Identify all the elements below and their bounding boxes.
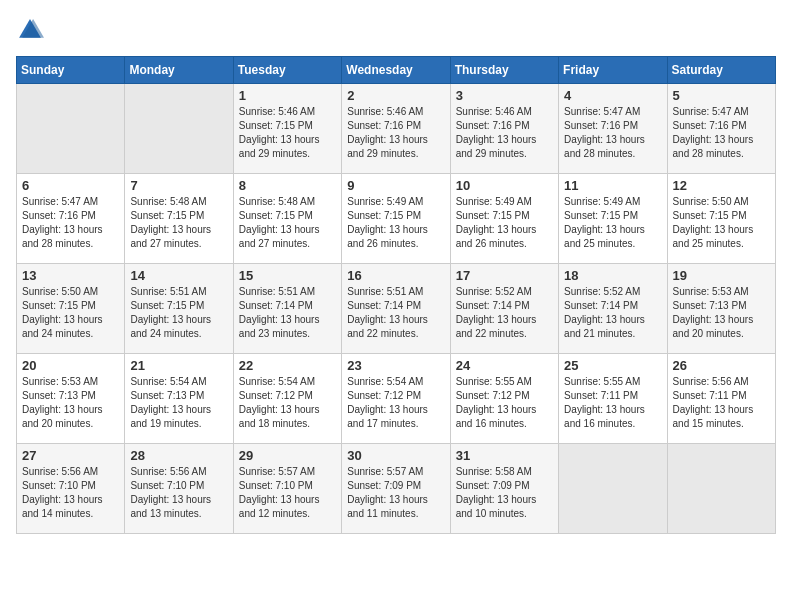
day-number: 16 — [347, 268, 444, 283]
calendar-cell: 29Sunrise: 5:57 AMSunset: 7:10 PMDayligh… — [233, 444, 341, 534]
calendar-cell: 31Sunrise: 5:58 AMSunset: 7:09 PMDayligh… — [450, 444, 558, 534]
calendar-cell — [559, 444, 667, 534]
cell-info: Sunrise: 5:56 AMSunset: 7:11 PMDaylight:… — [673, 376, 754, 429]
calendar-cell: 24Sunrise: 5:55 AMSunset: 7:12 PMDayligh… — [450, 354, 558, 444]
cell-info: Sunrise: 5:57 AMSunset: 7:09 PMDaylight:… — [347, 466, 428, 519]
cell-info: Sunrise: 5:53 AMSunset: 7:13 PMDaylight:… — [22, 376, 103, 429]
cell-info: Sunrise: 5:47 AMSunset: 7:16 PMDaylight:… — [22, 196, 103, 249]
calendar-cell — [667, 444, 775, 534]
weekday-header-row: SundayMondayTuesdayWednesdayThursdayFrid… — [17, 57, 776, 84]
calendar-cell: 12Sunrise: 5:50 AMSunset: 7:15 PMDayligh… — [667, 174, 775, 264]
day-number: 5 — [673, 88, 770, 103]
cell-info: Sunrise: 5:50 AMSunset: 7:15 PMDaylight:… — [22, 286, 103, 339]
calendar-cell: 14Sunrise: 5:51 AMSunset: 7:15 PMDayligh… — [125, 264, 233, 354]
cell-info: Sunrise: 5:51 AMSunset: 7:14 PMDaylight:… — [347, 286, 428, 339]
calendar-cell: 30Sunrise: 5:57 AMSunset: 7:09 PMDayligh… — [342, 444, 450, 534]
day-number: 6 — [22, 178, 119, 193]
cell-info: Sunrise: 5:47 AMSunset: 7:16 PMDaylight:… — [673, 106, 754, 159]
calendar-table: SundayMondayTuesdayWednesdayThursdayFrid… — [16, 56, 776, 534]
cell-info: Sunrise: 5:56 AMSunset: 7:10 PMDaylight:… — [130, 466, 211, 519]
weekday-header: Friday — [559, 57, 667, 84]
day-number: 1 — [239, 88, 336, 103]
weekday-header: Tuesday — [233, 57, 341, 84]
day-number: 10 — [456, 178, 553, 193]
day-number: 29 — [239, 448, 336, 463]
cell-info: Sunrise: 5:52 AMSunset: 7:14 PMDaylight:… — [564, 286, 645, 339]
calendar-cell: 7Sunrise: 5:48 AMSunset: 7:15 PMDaylight… — [125, 174, 233, 264]
cell-info: Sunrise: 5:48 AMSunset: 7:15 PMDaylight:… — [239, 196, 320, 249]
calendar-cell: 27Sunrise: 5:56 AMSunset: 7:10 PMDayligh… — [17, 444, 125, 534]
cell-info: Sunrise: 5:50 AMSunset: 7:15 PMDaylight:… — [673, 196, 754, 249]
calendar-cell: 20Sunrise: 5:53 AMSunset: 7:13 PMDayligh… — [17, 354, 125, 444]
calendar-cell: 19Sunrise: 5:53 AMSunset: 7:13 PMDayligh… — [667, 264, 775, 354]
calendar-cell: 23Sunrise: 5:54 AMSunset: 7:12 PMDayligh… — [342, 354, 450, 444]
calendar-cell: 13Sunrise: 5:50 AMSunset: 7:15 PMDayligh… — [17, 264, 125, 354]
calendar-cell: 21Sunrise: 5:54 AMSunset: 7:13 PMDayligh… — [125, 354, 233, 444]
weekday-header: Saturday — [667, 57, 775, 84]
day-number: 4 — [564, 88, 661, 103]
cell-info: Sunrise: 5:46 AMSunset: 7:16 PMDaylight:… — [456, 106, 537, 159]
day-number: 24 — [456, 358, 553, 373]
page-header — [16, 16, 776, 44]
calendar-week-row: 13Sunrise: 5:50 AMSunset: 7:15 PMDayligh… — [17, 264, 776, 354]
calendar-cell: 2Sunrise: 5:46 AMSunset: 7:16 PMDaylight… — [342, 84, 450, 174]
cell-info: Sunrise: 5:49 AMSunset: 7:15 PMDaylight:… — [564, 196, 645, 249]
calendar-week-row: 20Sunrise: 5:53 AMSunset: 7:13 PMDayligh… — [17, 354, 776, 444]
calendar-cell: 28Sunrise: 5:56 AMSunset: 7:10 PMDayligh… — [125, 444, 233, 534]
calendar-cell: 10Sunrise: 5:49 AMSunset: 7:15 PMDayligh… — [450, 174, 558, 264]
cell-info: Sunrise: 5:57 AMSunset: 7:10 PMDaylight:… — [239, 466, 320, 519]
cell-info: Sunrise: 5:54 AMSunset: 7:13 PMDaylight:… — [130, 376, 211, 429]
day-number: 8 — [239, 178, 336, 193]
cell-info: Sunrise: 5:58 AMSunset: 7:09 PMDaylight:… — [456, 466, 537, 519]
cell-info: Sunrise: 5:56 AMSunset: 7:10 PMDaylight:… — [22, 466, 103, 519]
logo-icon — [16, 16, 44, 44]
calendar-cell: 25Sunrise: 5:55 AMSunset: 7:11 PMDayligh… — [559, 354, 667, 444]
cell-info: Sunrise: 5:49 AMSunset: 7:15 PMDaylight:… — [347, 196, 428, 249]
weekday-header: Monday — [125, 57, 233, 84]
calendar-cell: 3Sunrise: 5:46 AMSunset: 7:16 PMDaylight… — [450, 84, 558, 174]
cell-info: Sunrise: 5:49 AMSunset: 7:15 PMDaylight:… — [456, 196, 537, 249]
calendar-cell: 18Sunrise: 5:52 AMSunset: 7:14 PMDayligh… — [559, 264, 667, 354]
day-number: 23 — [347, 358, 444, 373]
day-number: 11 — [564, 178, 661, 193]
calendar-cell: 16Sunrise: 5:51 AMSunset: 7:14 PMDayligh… — [342, 264, 450, 354]
cell-info: Sunrise: 5:55 AMSunset: 7:11 PMDaylight:… — [564, 376, 645, 429]
calendar-cell — [17, 84, 125, 174]
calendar-cell: 8Sunrise: 5:48 AMSunset: 7:15 PMDaylight… — [233, 174, 341, 264]
day-number: 2 — [347, 88, 444, 103]
day-number: 17 — [456, 268, 553, 283]
cell-info: Sunrise: 5:52 AMSunset: 7:14 PMDaylight:… — [456, 286, 537, 339]
day-number: 13 — [22, 268, 119, 283]
cell-info: Sunrise: 5:55 AMSunset: 7:12 PMDaylight:… — [456, 376, 537, 429]
day-number: 21 — [130, 358, 227, 373]
day-number: 26 — [673, 358, 770, 373]
cell-info: Sunrise: 5:54 AMSunset: 7:12 PMDaylight:… — [239, 376, 320, 429]
calendar-cell — [125, 84, 233, 174]
weekday-header: Wednesday — [342, 57, 450, 84]
day-number: 15 — [239, 268, 336, 283]
cell-info: Sunrise: 5:48 AMSunset: 7:15 PMDaylight:… — [130, 196, 211, 249]
day-number: 7 — [130, 178, 227, 193]
day-number: 3 — [456, 88, 553, 103]
cell-info: Sunrise: 5:46 AMSunset: 7:15 PMDaylight:… — [239, 106, 320, 159]
day-number: 20 — [22, 358, 119, 373]
logo — [16, 16, 48, 44]
day-number: 27 — [22, 448, 119, 463]
cell-info: Sunrise: 5:46 AMSunset: 7:16 PMDaylight:… — [347, 106, 428, 159]
weekday-header: Thursday — [450, 57, 558, 84]
day-number: 22 — [239, 358, 336, 373]
calendar-cell: 9Sunrise: 5:49 AMSunset: 7:15 PMDaylight… — [342, 174, 450, 264]
calendar-cell: 15Sunrise: 5:51 AMSunset: 7:14 PMDayligh… — [233, 264, 341, 354]
calendar-cell: 4Sunrise: 5:47 AMSunset: 7:16 PMDaylight… — [559, 84, 667, 174]
calendar-week-row: 6Sunrise: 5:47 AMSunset: 7:16 PMDaylight… — [17, 174, 776, 264]
calendar-week-row: 1Sunrise: 5:46 AMSunset: 7:15 PMDaylight… — [17, 84, 776, 174]
day-number: 25 — [564, 358, 661, 373]
cell-info: Sunrise: 5:53 AMSunset: 7:13 PMDaylight:… — [673, 286, 754, 339]
day-number: 14 — [130, 268, 227, 283]
day-number: 12 — [673, 178, 770, 193]
cell-info: Sunrise: 5:51 AMSunset: 7:15 PMDaylight:… — [130, 286, 211, 339]
calendar-cell: 6Sunrise: 5:47 AMSunset: 7:16 PMDaylight… — [17, 174, 125, 264]
day-number: 30 — [347, 448, 444, 463]
calendar-cell: 11Sunrise: 5:49 AMSunset: 7:15 PMDayligh… — [559, 174, 667, 264]
cell-info: Sunrise: 5:51 AMSunset: 7:14 PMDaylight:… — [239, 286, 320, 339]
